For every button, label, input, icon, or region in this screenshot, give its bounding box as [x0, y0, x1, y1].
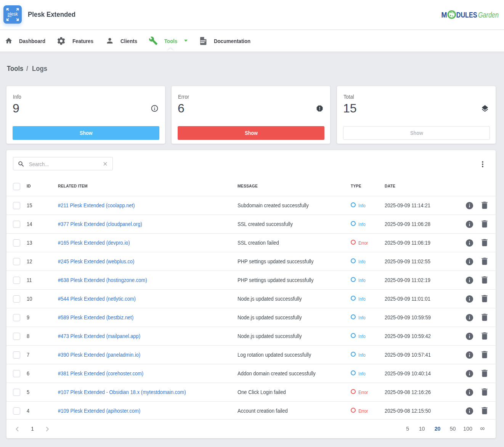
svg-text:Garden: Garden [478, 10, 499, 19]
svg-text:plesk: plesk [8, 11, 18, 17]
svg-text:DULES: DULES [456, 11, 477, 19]
svg-text:M: M [441, 11, 447, 19]
